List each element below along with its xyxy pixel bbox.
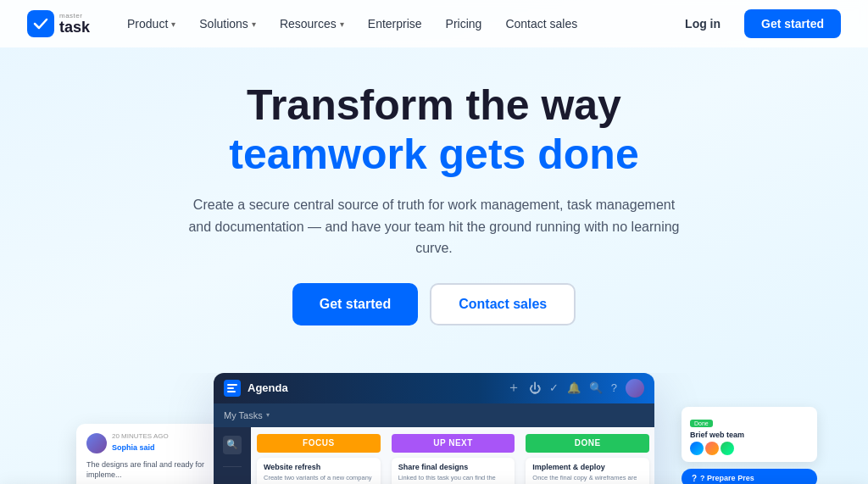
kanban-sidebar: 🔍 ⊞ Search Projects [214, 427, 251, 484]
svg-rect-0 [227, 384, 237, 386]
col-header-upnext: UP NEXT [392, 434, 515, 453]
prepare-presentation-pill: ? ? Prepare Pres [682, 469, 817, 484]
get-started-hero-button[interactable]: Get started [292, 283, 418, 325]
avatar [86, 433, 107, 453]
nav-item-resources[interactable]: Resources ▾ [270, 10, 354, 37]
chat-float-panel: 20 MINUTES AGO Sophia said The designs a… [76, 424, 229, 484]
hero-subtitle: Create a secure central source of truth … [188, 194, 680, 259]
login-button[interactable]: Log in [671, 10, 734, 37]
question-icon: ? [692, 474, 697, 483]
app-title: Agenda [248, 381, 288, 394]
chat-message: The designs are final and ready for impl… [86, 459, 219, 481]
avatar [721, 442, 734, 455]
brand-name: task [59, 19, 90, 35]
chevron-down-icon: ▾ [171, 19, 175, 29]
hero-title-line2: teamwork gets done [17, 131, 851, 180]
avatar [690, 442, 704, 455]
kanban-card: Implement & deploy Once the final copy &… [526, 458, 649, 484]
kanban-col-upnext: UP NEXT Share final designs Linked to th… [387, 427, 520, 484]
app-subheader: My Tasks ▾ [214, 403, 654, 427]
projects-icon: ⊞ [223, 479, 242, 484]
nav-item-enterprise[interactable]: Enterprise [358, 10, 432, 37]
svg-rect-2 [227, 391, 236, 392]
kanban-card: Website refresh Create two variants of a… [257, 458, 381, 484]
nav-item-solutions[interactable]: Solutions ▾ [189, 10, 266, 37]
done-badge: Done [690, 420, 713, 427]
search-icon: 🔍 [589, 381, 603, 394]
add-icon: ＋ [507, 379, 520, 397]
hero-title-line1: Transform the way [17, 81, 851, 131]
check-icon: ✓ [549, 381, 559, 394]
brief-web-team-card: Done Brief web team [682, 407, 817, 462]
nav-item-pricing[interactable]: Pricing [436, 10, 492, 37]
get-started-nav-button[interactable]: Get started [744, 9, 841, 38]
contact-sales-button[interactable]: Contact sales [430, 283, 576, 325]
bell-icon: 🔔 [567, 381, 581, 394]
my-tasks-label: My Tasks [224, 410, 263, 420]
nav-actions: Log in Get started [671, 9, 841, 38]
app-header: Agenda ＋ ⏻ ✓ 🔔 🔍 ? [214, 373, 654, 403]
kanban-board: 🔍 ⊞ Search Projects FOCUS Website refres… [214, 427, 654, 484]
right-float-panels: Done Brief web team ? ? Prepare Pres t d… [682, 407, 817, 484]
kanban-col-focus: FOCUS Website refresh Create two variant… [252, 427, 386, 484]
nav-item-product[interactable]: Product ▾ [117, 10, 186, 37]
app-window: Agenda ＋ ⏻ ✓ 🔔 🔍 ? My Tasks ▾ 🔍 ⊞ [214, 373, 654, 484]
col-header-focus: FOCUS [257, 434, 381, 453]
user-avatar [626, 379, 644, 398]
svg-rect-1 [227, 387, 234, 389]
chevron-down-icon: ▾ [340, 19, 344, 29]
chevron-down-icon: ▾ [266, 411, 270, 419]
hero-section: Transform the way teamwork gets done Cre… [0, 47, 868, 373]
chat-timestamp: 20 MINUTES AGO [112, 432, 169, 440]
search-icon: 🔍 [223, 436, 242, 454]
app-header-icon [224, 380, 241, 397]
card-title: Brief web team [690, 431, 809, 439]
logo-icon [27, 10, 54, 37]
power-icon: ⏻ [529, 381, 541, 395]
nav-item-contact[interactable]: Contact sales [495, 10, 587, 37]
product-screenshot: 20 MINUTES AGO Sophia said The designs a… [0, 373, 868, 484]
hero-buttons: Get started Contact sales [17, 283, 851, 325]
logo[interactable]: master task [27, 10, 90, 37]
nav-links: Product ▾ Solutions ▾ Resources ▾ Enterp… [117, 10, 671, 37]
avatar [705, 442, 719, 455]
col-header-done: DONE [526, 434, 649, 453]
help-icon: ? [611, 381, 617, 394]
kanban-card: Share final designs Linked to this task … [392, 458, 515, 484]
chat-author: Sophia said [112, 443, 169, 452]
chevron-down-icon: ▾ [252, 19, 256, 29]
kanban-col-done: DONE Implement & deploy Once the final c… [520, 427, 654, 484]
navbar: master task Product ▾ Solutions ▾ Resour… [0, 0, 868, 47]
